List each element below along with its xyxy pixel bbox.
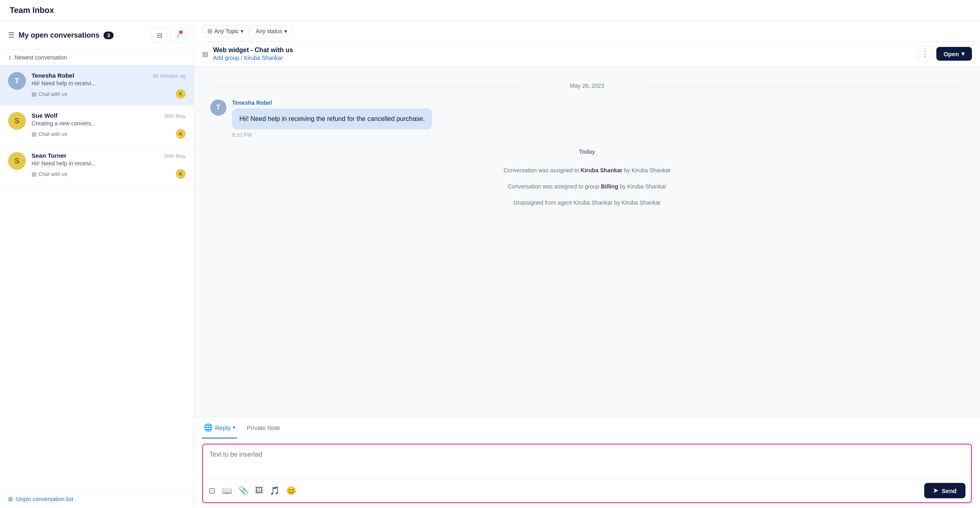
conversation-time: 30th May (164, 113, 186, 119)
toolbar-icons: ⊡ 📖 📎 🖼 🎵 😊 (209, 486, 296, 495)
reply-chevron-icon: ▾ (233, 425, 235, 430)
status-filter-button[interactable]: Any status ▾ (250, 25, 292, 37)
reply-editor: ⊡ 📖 📎 🖼 🎵 😊 ➤ Send (202, 444, 972, 503)
topic-filter-button[interactable]: ⊟ Any Topic ▾ (202, 25, 249, 37)
send-button[interactable]: ➤ Send (924, 483, 965, 498)
conversation-name: Sean Turner (32, 152, 66, 159)
activity-item: Unassigned from agent Kiruba Shankar by … (210, 199, 964, 206)
status-filter-label: Any status (256, 28, 282, 34)
conversation-preview: Hii! Need help in receivi... (32, 160, 186, 167)
sidebar-header-right: ⊟ ↕ (152, 28, 186, 43)
conversation-content: Sean Turner 26th May Hii! Need help in r… (32, 152, 186, 179)
chat-area: ⊟ Any Topic ▾ Any status ▾ ▤ Web widget … (194, 21, 980, 508)
conversation-time: 26th May (164, 153, 186, 159)
chat-filters: ⊟ Any Topic ▾ Any status ▾ (194, 21, 980, 42)
list-item[interactable]: S Sue Wolf 30th May Creating a new conve… (0, 106, 194, 146)
reply-toolbar: ⊡ 📖 📎 🖼 🎵 😊 ➤ Send (203, 478, 971, 502)
send-label: Send (942, 487, 957, 494)
message-sender: Tenesha Robel (232, 99, 432, 106)
chat-subject: Web widget - Chat with us (213, 47, 293, 54)
red-dot-indicator (179, 30, 183, 34)
conversation-channel: ▤ Chat with us (32, 131, 68, 137)
clip-icon[interactable]: 📎 (239, 486, 249, 495)
status-chevron-icon: ▾ (284, 28, 287, 34)
chat-channel-icon: ▤ (202, 50, 208, 58)
avatar: T (8, 72, 26, 90)
sidebar-footer: ⊞ Unpin conversation list (0, 490, 194, 508)
emoji-icon[interactable]: 😊 (286, 486, 296, 495)
sort-button[interactable]: ↕ (170, 28, 186, 43)
message-content: Tenesha Robel Hii! Need help in receivin… (232, 99, 432, 138)
chat-subject-container: Web widget - Chat with us Add group / Ki… (213, 47, 293, 61)
agent-badge: K (176, 89, 186, 99)
globe-icon: 🌐 (204, 423, 213, 432)
sort-label: Newest conversation (15, 54, 67, 61)
topic-icon: ⊟ (207, 28, 212, 34)
add-group-link[interactable]: Add group (213, 55, 239, 61)
conversation-footer: ▤ Chat with us K (32, 129, 186, 139)
conversation-footer: ▤ Chat with us K (32, 89, 186, 99)
sidebar-header-left: ☰ My open conversations 3 (8, 31, 114, 40)
channel-icon: ▤ (32, 131, 36, 137)
filter-button[interactable]: ⊟ (152, 28, 167, 43)
activity-item: Conversation was assigned to Kiruba Shan… (210, 167, 964, 174)
sort-bar: ↕ Newest conversation (0, 50, 194, 66)
sidebar-title: My open conversations (19, 31, 99, 40)
audio-icon[interactable]: 🎵 (270, 486, 280, 495)
conversation-top: Tenesha Robel 36 minutes ag (32, 72, 186, 79)
conversation-preview: Hii! Need help in receivi... (32, 80, 186, 87)
activity-divider: Today (210, 148, 964, 155)
more-options-button[interactable]: ⋮ (918, 47, 932, 61)
chat-messages: May 26, 2023 T Tenesha Robel Hii! Need h… (194, 66, 980, 417)
tab-private-note[interactable]: Private Note (245, 419, 282, 438)
list-item[interactable]: T Tenesha Robel 36 minutes ag Hii! Need … (0, 66, 194, 106)
app-title: Team Inbox (10, 6, 54, 15)
assigned-agent-link[interactable]: Kiruba Shankar (244, 55, 283, 61)
list-item[interactable]: S Sean Turner 26th May Hii! Need help in… (0, 146, 194, 186)
conversation-list: T Tenesha Robel 36 minutes ag Hii! Need … (0, 66, 194, 490)
filter-icon: ⊟ (157, 32, 162, 39)
conversation-content: Sue Wolf 30th May Creating a new convers… (32, 112, 186, 139)
unpin-label: Unpin conversation list (16, 496, 73, 502)
message-bubble: Hii! Need help in receiving the refund f… (232, 108, 432, 129)
conversation-channel: ▤ Chat with us (32, 91, 68, 97)
unpin-conversation-link[interactable]: ⊞ Unpin conversation list (8, 496, 186, 502)
channel-icon: ▤ (32, 91, 36, 97)
open-status-button[interactable]: Open ▾ (936, 47, 972, 61)
reply-area: 🌐 Reply ▾ Private Note ⊡ 📖 📎 (194, 417, 980, 508)
conversation-count-badge: 3 (103, 32, 114, 39)
avatar: S (8, 152, 26, 170)
unpin-icon: ⊞ (8, 496, 13, 502)
date-divider: May 26, 2023 (210, 83, 964, 89)
topic-chevron-icon: ▾ (241, 28, 243, 34)
conversation-preview: Creating a new convers... (32, 120, 186, 127)
conversation-content: Tenesha Robel 36 minutes ag Hii! Need he… (32, 72, 186, 99)
open-chevron-icon: ▾ (961, 50, 965, 57)
chat-info-right: ⋮ Open ▾ (918, 47, 972, 61)
topic-filter-label: Any Topic (214, 28, 239, 34)
message-row: T Tenesha Robel Hii! Need help in receiv… (210, 99, 964, 138)
attachment-icon[interactable]: ⊡ (209, 486, 215, 495)
conversation-time: 36 minutes ag (152, 73, 186, 79)
template-icon[interactable]: 📖 (222, 486, 232, 495)
chat-info-bar: ▤ Web widget - Chat with us Add group / … (194, 42, 980, 66)
reply-tab-label: Reply (215, 424, 230, 431)
activity-item: Conversation was assigned to group Billi… (210, 183, 964, 190)
menu-icon[interactable]: ☰ (8, 31, 15, 40)
open-label: Open (944, 51, 959, 57)
sort-direction-icon: ↕ (8, 54, 11, 61)
agent-badge: K (176, 129, 186, 139)
conversation-name: Tenesha Robel (32, 72, 74, 79)
sidebar-header: ☰ My open conversations 3 ⊟ ↕ (0, 21, 194, 50)
send-icon: ➤ (933, 487, 938, 494)
conversation-name: Sue Wolf (32, 112, 57, 119)
image-icon[interactable]: 🖼 (255, 486, 263, 495)
conversation-footer: ▤ Chat with us K (32, 169, 186, 179)
app-header: Team Inbox (0, 0, 980, 21)
chat-info-left: ▤ Web widget - Chat with us Add group / … (202, 47, 293, 61)
sidebar: ☰ My open conversations 3 ⊟ ↕ ↕ Ne (0, 21, 194, 508)
tab-reply[interactable]: 🌐 Reply ▾ (202, 417, 237, 438)
conversation-top: Sean Turner 26th May (32, 152, 186, 159)
channel-icon: ▤ (32, 171, 36, 177)
reply-input[interactable] (203, 444, 971, 477)
